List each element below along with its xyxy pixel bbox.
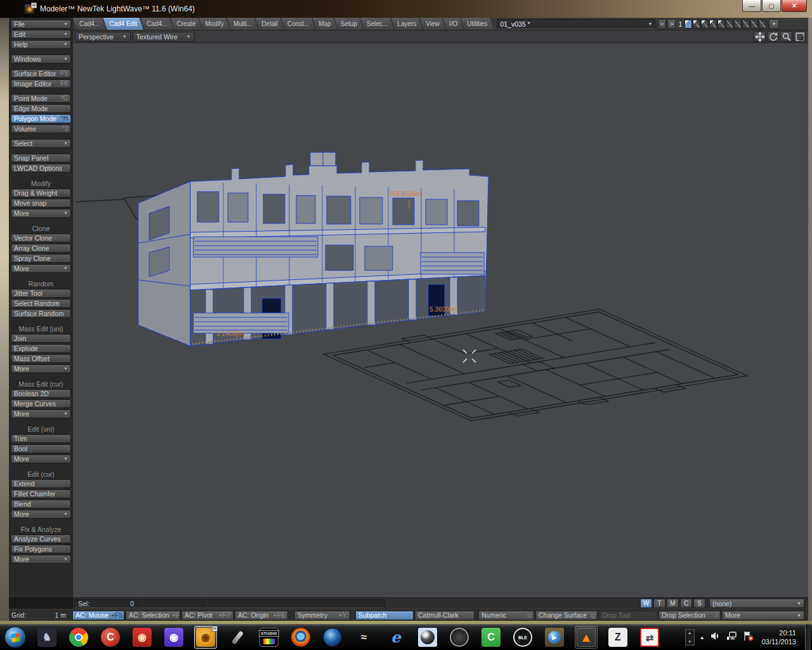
scroll-up-icon[interactable]: ▲	[688, 631, 691, 635]
sidebar-item[interactable]: Jitter Tool ▼	[11, 289, 71, 298]
sidebar-item[interactable]: More ▼	[11, 510, 71, 519]
status-action-button[interactable]: Catmull-Clark ▼	[415, 611, 475, 620]
sidebar-item[interactable]: More ▼	[11, 409, 71, 418]
sidebar-item[interactable]: Mass Offset ▼	[11, 354, 71, 363]
status-action-button[interactable]: Change Surface q ▼	[535, 611, 598, 620]
sidebar-item[interactable]: Vector Clone ▼	[11, 234, 71, 242]
menu-tab[interactable]: Cad4...	[73, 18, 106, 30]
sidebar-item[interactable]: Polygon Mode ^H ▼	[11, 114, 71, 123]
next-layer-bank-button[interactable]: >	[667, 19, 676, 29]
scroll-down-icon[interactable]: ▼	[688, 640, 691, 644]
sidebar-item[interactable]: Fillet Chamfer ▼	[11, 489, 71, 498]
sidebar-item[interactable]: Drag & Weight ▼	[11, 189, 71, 197]
menu-tab[interactable]: Const...	[281, 18, 315, 30]
pan-icon[interactable]	[754, 31, 766, 42]
minimize-button[interactable]: —	[742, 0, 761, 12]
sidebar-item[interactable]: Fix Polygons ▼	[11, 545, 71, 554]
menu-tab[interactable]: Setup	[334, 18, 363, 30]
vmap-mode-button[interactable]: C	[680, 599, 692, 608]
sidebar-item[interactable]: Blend ▼	[11, 500, 71, 508]
sidebar-item[interactable]: More ▼	[11, 364, 71, 373]
sidebar-item[interactable]: Snap Panel ▼	[11, 154, 71, 162]
sidebar-item[interactable]: Volume ^J ▼	[11, 124, 71, 133]
status-action-button[interactable]: Drop Selection / ▼	[658, 611, 721, 620]
sidebar-item[interactable]: Image Editor F6 ▼	[11, 79, 71, 88]
pinnacle-studio-icon[interactable]: STUDIO	[258, 626, 280, 649]
sidebar-item[interactable]: Move snap ▼	[11, 199, 71, 208]
menu-tab[interactable]: Utilities	[461, 18, 494, 30]
menu-tab[interactable]: Modify	[199, 18, 230, 30]
layer-box[interactable]	[693, 20, 700, 29]
menu-tab[interactable]: Map	[312, 18, 337, 30]
status-action-button[interactable]: AC: Pivot +F7 ▼	[181, 611, 233, 620]
sidebar-item[interactable]: More ▼	[11, 209, 71, 218]
status-action-button[interactable]: AC: Origin +F6 ▼	[235, 611, 288, 620]
sidebar-item[interactable]: Join ▼	[11, 334, 71, 343]
sidebar-item[interactable]: Trim ▼	[11, 434, 71, 443]
microphone-icon[interactable]	[226, 626, 249, 649]
layer-box[interactable]	[726, 20, 733, 29]
render-mode-dropdown[interactable]: Textured Wire ▼	[133, 32, 195, 42]
sidebar-item[interactable]: Edge Mode ▼	[11, 104, 71, 113]
maximize-viewport-icon[interactable]	[794, 31, 806, 42]
sidebar-item[interactable]: Edit ▼	[11, 30, 71, 39]
green-app-icon[interactable]: C	[480, 626, 502, 649]
chrome-icon[interactable]	[67, 626, 90, 649]
menu-tab[interactable]: I/O	[443, 18, 464, 30]
taskbar-clock[interactable]: 20:11 03/11/2013	[762, 628, 796, 646]
status-action-button[interactable]: Symmetry +Y ▼	[294, 611, 350, 620]
sidebar-item[interactable]: Select Random ▼	[11, 299, 71, 308]
prev-layer-bank-button[interactable]: <	[658, 19, 666, 29]
layer-box[interactable]	[701, 20, 709, 29]
viewport-canvas[interactable]: (50.8036m) 5.3600[m] 1.1400[m]	[73, 43, 808, 597]
sidebar-item[interactable]: Analyze Curves ▼	[11, 534, 71, 543]
layer-box[interactable]	[709, 20, 717, 29]
view-mode-dropdown[interactable]: Perspective ▼	[75, 32, 131, 42]
show-hidden-icons-button[interactable]: ▲	[700, 635, 705, 640]
status-action-button[interactable]: Subpatch ▼	[355, 611, 414, 620]
volume-icon[interactable]	[710, 631, 721, 644]
menu-tab[interactable]: Cad4 Edit	[103, 18, 143, 30]
firefox-icon[interactable]	[289, 626, 312, 649]
vlc-icon[interactable]: ▲	[575, 626, 598, 649]
show-desktop-button[interactable]	[805, 625, 811, 650]
menu-tab[interactable]: Cad4...	[140, 18, 173, 30]
status-action-button[interactable]: More ▼	[722, 611, 804, 620]
sidebar-item[interactable]: Windows ▼	[11, 55, 71, 63]
vmap-mode-button[interactable]: T	[653, 599, 665, 608]
lightwave-layout-icon[interactable]: ◉	[131, 626, 154, 649]
webcam-app-icon[interactable]	[416, 626, 439, 649]
sidebar-item[interactable]: Surface Editor F5 ▼	[11, 69, 71, 78]
status-action-button[interactable]: Numeric n ▼	[478, 611, 534, 620]
object-selector[interactable]: 01_v035 * ▼	[497, 19, 655, 29]
status-action-button[interactable]: AC: Selection +F8 ▼	[126, 611, 180, 620]
chameleon-app-icon[interactable]: ≈	[353, 626, 376, 649]
sidebar-item[interactable]: Array Clone ▼	[11, 244, 71, 253]
maximize-button[interactable]: ▢	[762, 0, 781, 12]
ccleaner-icon[interactable]: C	[99, 626, 122, 649]
layer-box[interactable]	[684, 20, 692, 29]
internet-explorer-icon[interactable]: e	[384, 626, 407, 649]
sidebar-item[interactable]: LWCAD Options ▼	[11, 164, 71, 173]
sidebar-item[interactable]: Point Mode ^G ▼	[11, 94, 71, 103]
action-center-flag-icon[interactable]	[743, 631, 754, 644]
vmap-selector[interactable]: (none) ▼	[709, 599, 804, 608]
lightwave-modeler-icon[interactable]: ◉ M	[194, 626, 217, 649]
youcam-icon[interactable]	[321, 626, 344, 649]
sidebar-item[interactable]: Help ▼	[11, 40, 71, 49]
sidebar-item[interactable]: Select ▼	[11, 139, 71, 148]
status-action-button[interactable]: Drop Tool ▼	[599, 611, 657, 620]
vmap-mode-button[interactable]: M	[667, 599, 679, 608]
layer-box[interactable]	[734, 20, 742, 29]
game-icon[interactable]: ♞	[36, 626, 58, 649]
layer-box[interactable]	[717, 20, 725, 29]
rotate-icon[interactable]	[767, 31, 779, 42]
coin-app-icon[interactable]	[448, 626, 471, 649]
sidebar-item[interactable]: Bool ▼	[11, 444, 71, 453]
sidebar-item[interactable]: File ▼	[11, 20, 71, 29]
menu-tab[interactable]: Detail	[255, 18, 284, 30]
lightwave-icon[interactable]: ◉	[162, 626, 185, 649]
jdownloader-icon[interactable]: BLE	[511, 626, 534, 649]
menu-tab[interactable]: Selec...	[360, 18, 394, 30]
layer-box[interactable]	[742, 20, 750, 29]
